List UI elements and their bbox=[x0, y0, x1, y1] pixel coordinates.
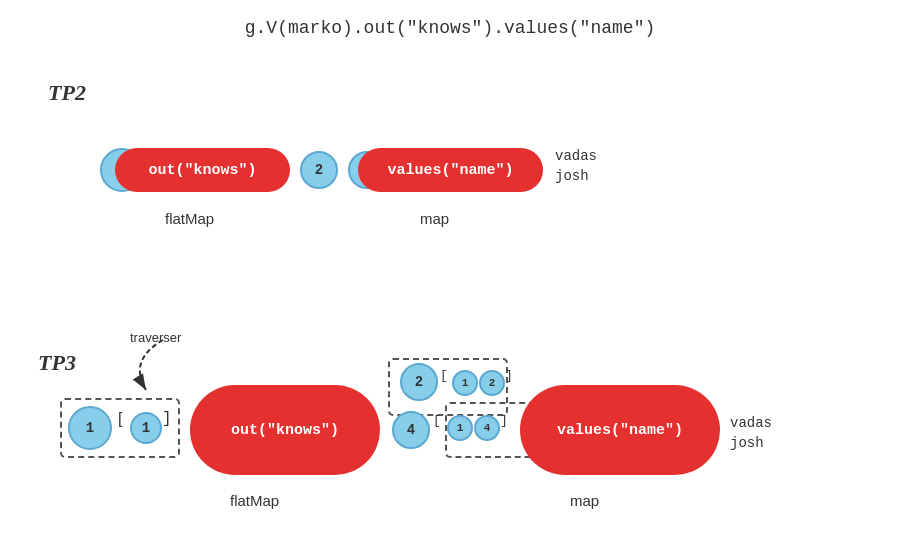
tp3-pill-out-knows: out("knows") bbox=[190, 385, 380, 475]
tp3-label: TP3 bbox=[38, 350, 76, 376]
tp2-circle-2: 2 bbox=[300, 151, 338, 189]
tp2-output-josh: josh bbox=[555, 168, 589, 184]
tp3-output-josh: josh bbox=[730, 435, 764, 451]
tp3-circle-2b: 2 bbox=[479, 370, 505, 396]
tp3-bottom-bracket-open: [ bbox=[433, 413, 441, 428]
title-code: g.V(marko).out("knows").values("name") bbox=[245, 18, 655, 38]
tp3-bracket-open: [ bbox=[118, 410, 122, 428]
tp3-circle-4: 4 bbox=[392, 411, 430, 449]
tp3-circle-2: 2 bbox=[400, 363, 438, 401]
tp3-circle-1c: 1 bbox=[452, 370, 478, 396]
tp3-bottom-bracket-close: ] bbox=[500, 413, 508, 428]
tp2-output-vadas: vadas bbox=[555, 148, 597, 164]
page-container: g.V(marko).out("knows").values("name") T… bbox=[0, 0, 900, 542]
tp2-pill-values-name: values("name") bbox=[358, 148, 543, 192]
tp3-pill-values-name: values("name") bbox=[520, 385, 720, 475]
tp3-map-label: map bbox=[570, 492, 599, 509]
tp3-circle-4b: 4 bbox=[474, 415, 500, 441]
tp3-circle-1d: 1 bbox=[447, 415, 473, 441]
tp3-circle-1b: 1 bbox=[130, 412, 162, 444]
tp3-output-vadas: vadas bbox=[730, 415, 772, 431]
tp3-top-bracket-close: ] bbox=[505, 368, 513, 383]
tp3-flatmap-label: flatMap bbox=[230, 492, 279, 509]
tp2-flatmap-label: flatMap bbox=[165, 210, 214, 227]
tp2-label: TP2 bbox=[48, 80, 86, 106]
tp3-top-bracket-open: [ bbox=[440, 368, 448, 383]
tp2-pill-out-knows: out("knows") bbox=[115, 148, 290, 192]
tp2-map-label: map bbox=[420, 210, 449, 227]
tp3-circle-1: 1 bbox=[68, 406, 112, 450]
tp3-bracket-close: ] bbox=[162, 410, 172, 428]
